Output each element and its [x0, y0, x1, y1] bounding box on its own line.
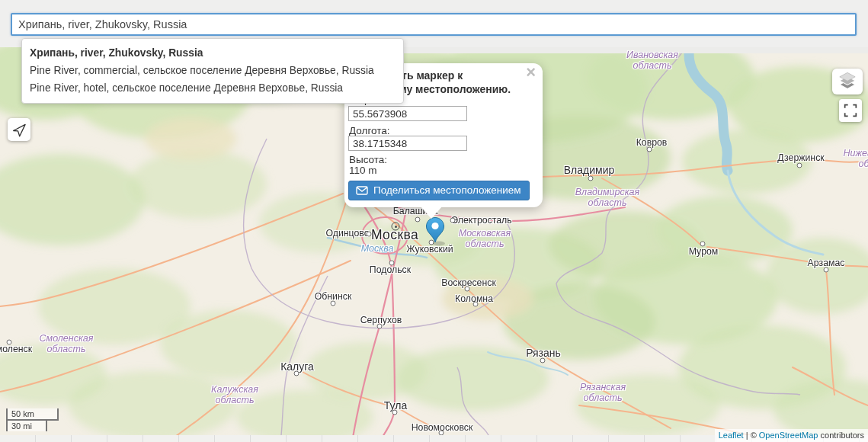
suggestion-item[interactable]: Pine River, hotel, сельское поселение Де…	[22, 79, 403, 97]
scale-mi: 30 mi	[6, 419, 47, 431]
suggestion-item[interactable]: Хрипань, river, Zhukovsky, Russia	[22, 44, 403, 62]
layers-control[interactable]	[832, 69, 863, 94]
attribution: Leaflet | © OpenStreetMap contributors	[715, 429, 868, 442]
locate-button[interactable]	[8, 118, 30, 141]
share-button-label: Поделиться местоположением	[373, 184, 521, 196]
geolocation-app: Ивановская областьКовровВладимирВладимир…	[0, 0, 868, 442]
popup-tail	[421, 207, 442, 219]
longitude-input[interactable]	[348, 136, 467, 151]
share-location-button[interactable]: Поделиться местоположением	[348, 181, 530, 200]
longitude-label: Долгота:	[349, 125, 390, 136]
latitude-input[interactable]	[348, 106, 467, 121]
fullscreen-control[interactable]	[839, 99, 862, 122]
fullscreen-icon	[843, 103, 858, 118]
search-input[interactable]	[11, 13, 857, 36]
suggestion-item[interactable]: Pine River, commercial, сельское поселен…	[22, 62, 403, 79]
attribution-suffix: contributors	[818, 431, 864, 440]
scale-control: 50 km 30 mi	[6, 408, 59, 431]
altitude-label: Высота:	[349, 154, 387, 165]
map-marker-pin[interactable]	[423, 214, 449, 248]
envelope-icon	[356, 186, 368, 195]
altitude-value: 110 m	[349, 165, 377, 176]
search-suggestions: Хрипань, river, Zhukovsky, RussiaPine Ri…	[21, 38, 404, 104]
leaflet-link[interactable]: Leaflet	[719, 431, 744, 440]
navigation-arrow-icon	[11, 121, 27, 138]
layers-icon	[835, 70, 860, 93]
attribution-separator: | ©	[744, 431, 759, 440]
popup-close-button[interactable]: ×	[526, 61, 536, 85]
osm-link[interactable]: OpenStreetMap	[759, 431, 818, 440]
